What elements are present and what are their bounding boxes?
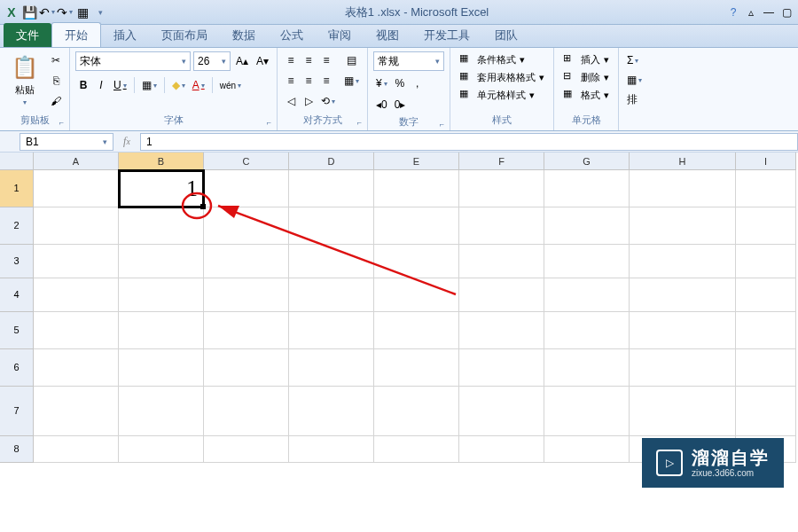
cell[interactable] bbox=[544, 436, 630, 463]
grid-body[interactable]: 112345678 bbox=[0, 170, 798, 463]
cell[interactable] bbox=[544, 207, 630, 245]
worksheet[interactable]: A B C D E F G H I 112345678 bbox=[0, 153, 798, 463]
cell[interactable] bbox=[119, 387, 204, 436]
cell[interactable] bbox=[630, 207, 736, 245]
cell[interactable] bbox=[374, 387, 459, 436]
col-header-b[interactable]: B bbox=[119, 153, 204, 170]
font-name-combo[interactable]: 宋体▾ bbox=[75, 51, 191, 71]
format-painter-button[interactable]: 🖌 bbox=[48, 92, 64, 110]
merge-center-button[interactable]: ▦ bbox=[341, 72, 362, 90]
cell[interactable]: 1 bbox=[119, 170, 204, 207]
cell[interactable] bbox=[374, 245, 459, 278]
cell[interactable] bbox=[204, 387, 289, 436]
col-header-g[interactable]: G bbox=[544, 153, 630, 170]
format-cells-button[interactable]: ▦格式 ▾ bbox=[559, 87, 613, 103]
cell[interactable] bbox=[630, 312, 736, 349]
bold-button[interactable]: B bbox=[75, 76, 91, 94]
tab-home[interactable]: 开始 bbox=[51, 22, 101, 47]
cell[interactable] bbox=[204, 170, 289, 207]
insert-cells-button[interactable]: ⊞插入 ▾ bbox=[559, 51, 613, 67]
cell[interactable] bbox=[374, 207, 459, 245]
paste-button[interactable]: 📋 粘贴 ▾ bbox=[5, 51, 44, 108]
launcher-icon[interactable]: ⌐ bbox=[267, 118, 271, 127]
conditional-formatting-button[interactable]: ▦条件格式 ▾ bbox=[456, 51, 528, 67]
cell[interactable] bbox=[630, 170, 736, 207]
cell[interactable] bbox=[374, 312, 459, 349]
cell[interactable] bbox=[289, 387, 374, 436]
cell[interactable] bbox=[119, 436, 204, 463]
tab-team[interactable]: 团队 bbox=[482, 23, 530, 47]
format-as-table-button[interactable]: ▦套用表格格式 ▾ bbox=[456, 69, 548, 85]
col-header-d[interactable]: D bbox=[289, 153, 374, 170]
col-header-i[interactable]: I bbox=[736, 153, 796, 170]
restore-button[interactable]: ▢ bbox=[778, 4, 794, 21]
cell[interactable] bbox=[34, 278, 119, 312]
percent-button[interactable]: % bbox=[392, 74, 408, 92]
cell[interactable] bbox=[204, 278, 289, 312]
orientation-button[interactable]: ⟲ bbox=[318, 92, 338, 110]
cell[interactable] bbox=[374, 349, 459, 387]
shrink-font-button[interactable]: A▾ bbox=[254, 52, 271, 70]
row-header[interactable]: 5 bbox=[0, 312, 34, 349]
phonetic-button[interactable]: wén bbox=[217, 76, 244, 94]
fx-button[interactable]: fx bbox=[119, 134, 135, 150]
row-header[interactable]: 1 bbox=[0, 170, 34, 207]
underline-button[interactable]: U bbox=[111, 76, 129, 94]
wrap-text-button[interactable]: ▤ bbox=[341, 51, 362, 69]
cell[interactable] bbox=[289, 436, 374, 463]
cell[interactable] bbox=[289, 349, 374, 387]
border-button[interactable]: ▦ bbox=[139, 76, 160, 94]
cell[interactable] bbox=[34, 436, 119, 463]
cell[interactable] bbox=[289, 170, 374, 207]
cell[interactable] bbox=[544, 312, 630, 349]
cell[interactable] bbox=[289, 278, 374, 312]
cell[interactable] bbox=[736, 349, 796, 387]
tab-data[interactable]: 数据 bbox=[220, 23, 268, 47]
cell[interactable] bbox=[34, 207, 119, 245]
cell[interactable] bbox=[204, 312, 289, 349]
align-top-button[interactable]: ≡ bbox=[283, 51, 299, 69]
row-header[interactable]: 8 bbox=[0, 436, 34, 463]
cell[interactable] bbox=[289, 312, 374, 349]
name-box[interactable]: B1▾ bbox=[20, 133, 113, 151]
font-size-combo[interactable]: 26▾ bbox=[193, 51, 231, 71]
cell[interactable] bbox=[34, 349, 119, 387]
help-button[interactable]: ? bbox=[725, 4, 741, 21]
minimize-button[interactable]: — bbox=[761, 4, 777, 21]
cell[interactable] bbox=[119, 278, 204, 312]
cell[interactable] bbox=[34, 245, 119, 278]
row-header[interactable]: 6 bbox=[0, 349, 34, 387]
cell[interactable] bbox=[289, 207, 374, 245]
qat-more-icon[interactable]: ▾ bbox=[92, 4, 108, 20]
align-bottom-button[interactable]: ≡ bbox=[318, 51, 334, 69]
cell[interactable] bbox=[459, 170, 544, 207]
col-header-h[interactable]: H bbox=[630, 153, 736, 170]
col-header-e[interactable]: E bbox=[374, 153, 459, 170]
cell[interactable] bbox=[630, 278, 736, 312]
fill-button[interactable]: ▦ bbox=[624, 71, 645, 89]
align-left-button[interactable]: ≡ bbox=[283, 72, 299, 90]
tab-insert[interactable]: 插入 bbox=[101, 23, 149, 47]
cell[interactable] bbox=[374, 278, 459, 312]
row-header[interactable]: 3 bbox=[0, 245, 34, 278]
align-middle-button[interactable]: ≡ bbox=[301, 51, 317, 69]
currency-button[interactable]: ¥ bbox=[373, 74, 390, 92]
launcher-icon[interactable]: ⌐ bbox=[440, 120, 444, 129]
grow-font-button[interactable]: A▴ bbox=[233, 52, 251, 70]
undo-button[interactable]: ↶ bbox=[39, 4, 55, 20]
col-header-f[interactable]: F bbox=[459, 153, 544, 170]
cell[interactable] bbox=[736, 170, 796, 207]
align-center-button[interactable]: ≡ bbox=[301, 72, 317, 90]
cell[interactable] bbox=[630, 349, 736, 387]
tab-view[interactable]: 视图 bbox=[364, 23, 411, 47]
tab-review[interactable]: 审阅 bbox=[316, 23, 364, 47]
font-color-button[interactable]: A bbox=[190, 76, 207, 94]
increase-decimal-button[interactable]: ◂0 bbox=[373, 96, 390, 113]
cell[interactable] bbox=[289, 245, 374, 278]
cell[interactable] bbox=[204, 207, 289, 245]
cell[interactable] bbox=[34, 312, 119, 349]
increase-indent-button[interactable]: ▷ bbox=[301, 92, 317, 110]
cell-styles-button[interactable]: ▦单元格样式 ▾ bbox=[456, 87, 538, 103]
cell[interactable] bbox=[374, 170, 459, 207]
cell[interactable] bbox=[119, 207, 204, 245]
